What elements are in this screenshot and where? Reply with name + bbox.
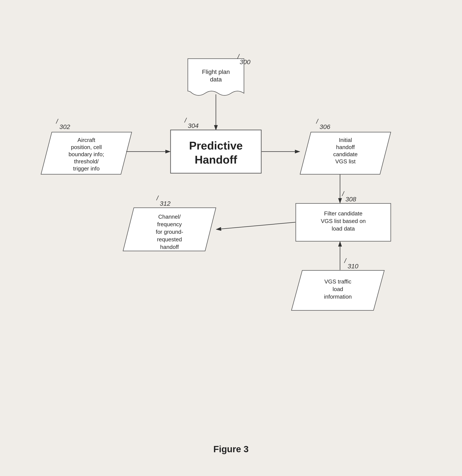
label-302: 302 bbox=[59, 123, 70, 130]
label-308-slash: / bbox=[342, 190, 345, 197]
diagram-container: Flight plan data 300 / Predictive Handof… bbox=[26, 13, 436, 437]
flight-plan-label2: data bbox=[210, 76, 222, 83]
figure-label: Figure 3 bbox=[213, 444, 248, 454]
label-312: 312 bbox=[160, 200, 171, 207]
aircraft-line2: position, cell bbox=[71, 144, 102, 150]
initial-line1: Initial bbox=[339, 137, 352, 143]
node-aircraft-position: Aircraft position, cell boundary info; t… bbox=[41, 132, 132, 174]
channel-line4: requested bbox=[157, 236, 182, 243]
label-302-slash: / bbox=[56, 118, 58, 125]
initial-line2: handoff bbox=[336, 144, 355, 150]
label-300: 300 bbox=[240, 58, 250, 66]
filter-line1: Filter candidate bbox=[324, 210, 363, 217]
label-310: 310 bbox=[347, 263, 358, 270]
node-filter-candidate: Filter candidate VGS list based on load … bbox=[296, 204, 391, 241]
arrow-fc-to-cf bbox=[216, 222, 295, 230]
label-312-slash: / bbox=[156, 195, 159, 202]
initial-line4: VGS list bbox=[335, 158, 356, 165]
aircraft-line3: boundary info; bbox=[69, 151, 104, 158]
node-flight-plan: Flight plan data bbox=[188, 59, 244, 95]
channel-line3: for ground- bbox=[156, 229, 183, 235]
predictive-label: Predictive bbox=[189, 139, 243, 152]
channel-line1: Channel/ bbox=[158, 213, 181, 220]
label-306-slash: / bbox=[316, 118, 319, 125]
flight-plan-label: Flight plan bbox=[202, 68, 230, 75]
channel-line5: handoff bbox=[160, 244, 179, 250]
aircraft-line4: threshold/ bbox=[74, 158, 99, 165]
filter-line2: VGS list based on bbox=[321, 218, 366, 224]
label-310-slash: / bbox=[344, 257, 347, 264]
label-306: 306 bbox=[320, 123, 330, 130]
node-vgs-traffic: VGS traffic load information bbox=[291, 271, 384, 310]
filter-line3: load data bbox=[332, 225, 355, 232]
vgs-line1: VGS traffic bbox=[324, 278, 351, 285]
node-predictive-handoff: Predictive Handoff bbox=[171, 130, 261, 173]
node-channel-frequency: Channel/ frequency for ground- requested… bbox=[123, 208, 216, 251]
label-304: 304 bbox=[188, 122, 199, 129]
aircraft-line5: trigger info bbox=[73, 165, 100, 172]
label-308: 308 bbox=[346, 196, 356, 203]
label-304-slash: / bbox=[184, 117, 187, 124]
aircraft-line1: Aircraft bbox=[77, 137, 95, 143]
vgs-line3: information bbox=[324, 293, 352, 300]
initial-line3: candidate bbox=[333, 151, 358, 158]
vgs-line2: load bbox=[332, 286, 343, 292]
handoff-label: Handoff bbox=[195, 153, 237, 166]
node-initial-handoff: Initial handoff candidate VGS list bbox=[300, 132, 391, 174]
channel-line2: frequency bbox=[157, 221, 182, 228]
diagram-svg: Flight plan data 300 / Predictive Handof… bbox=[26, 13, 436, 437]
